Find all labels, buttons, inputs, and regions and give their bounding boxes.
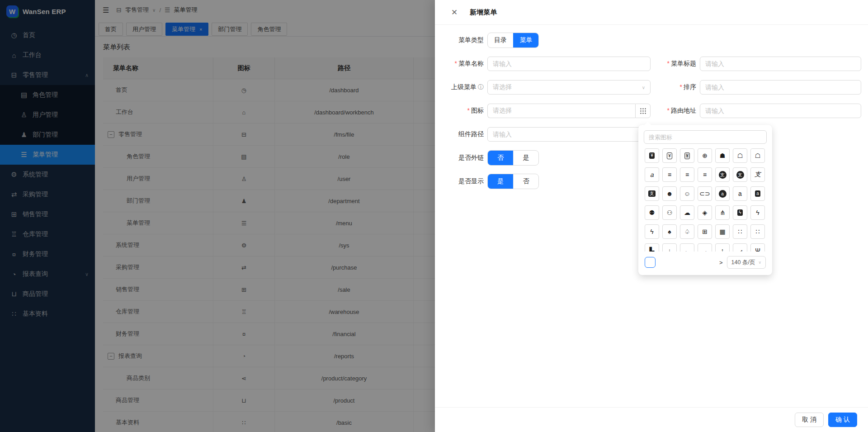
icon-option-appstore-filled[interactable]: ▦ [715,224,730,239]
type-label: 菜单类型 [435,36,484,44]
icon-option-align-right-outlined[interactable]: ≡ [698,167,712,182]
icon-option-arrow-right-outlined[interactable]: → [698,243,712,252]
icon-option-amazon-square-filled[interactable]: a [750,186,765,201]
info-circle-icon: ⓘ [478,84,484,90]
pagination-pages [645,257,715,268]
confirm-button[interactable]: 确 认 [828,413,857,427]
form-row-name: *菜单名称 *菜单标题 [435,56,868,71]
icon-pagination: > 140 条/页 ∨ [645,256,766,269]
icon-option-apple-filled[interactable]: ♠ [662,224,677,239]
icon-option-appstore-outlined[interactable]: ∷ [733,224,747,239]
title-label: *菜单标题 [654,60,696,68]
icon-option-api-outlined[interactable]: ϟ [750,205,765,220]
external-option-no[interactable]: 否 [488,151,513,165]
icon-search-input[interactable] [644,130,767,144]
external-label: 是否外链 [435,154,484,162]
icon-option-align-center-outlined[interactable]: ≡ [662,167,677,182]
drawer-footer: 取 消 确 认 [435,407,868,432]
name-label: *菜单名称 [435,60,484,68]
icon-option-alibaba-outlined[interactable]: a [645,167,659,182]
icon-option-arrow-left-outlined[interactable]: ← [680,243,694,252]
external-option-yes[interactable]: 是 [513,151,538,165]
icon-option-aliwangwang-outlined[interactable]: ☺ [680,186,694,201]
component-path-input[interactable] [487,127,651,142]
icon-select[interactable]: 请选择 [487,104,635,118]
icon-option-aim-outlined[interactable]: ⊕ [698,148,712,163]
visible-option-yes[interactable]: 是 [488,174,513,189]
icon-option-aliyun-outlined[interactable]: ⊂⊃ [698,186,712,201]
icon-grid: ¥ ¥ ¥ ⊕ ☗ ☖ ☖ a ≡ ≡ ≡ 支 支 支 支 ☻ ☺ ⊂⊃ a a… [645,148,766,252]
page-size-select[interactable]: 140 条/页 ∨ [727,256,766,269]
icon-option-api-filled[interactable]: ϟ [733,205,747,220]
visible-segmented: 是 否 [487,174,539,189]
page-ellipsis[interactable] [689,257,700,268]
app-root: W WanSen ERP ◷ 首页 ⌂ 工作台 ⊟ 零售管理 ∧ ▤ 角色管理 … [0,0,868,432]
menu-title-input[interactable] [700,57,861,71]
menu-name-input[interactable] [487,57,651,71]
route-label: *路由地址 [654,107,696,115]
add-menu-drawer: ✕ 新增菜单 菜单类型 目录 菜单 *菜单名称 *菜单标题 上级菜单ⓘ [435,0,868,432]
chevron-down-icon: ∨ [758,260,761,265]
icon-picker-button[interactable] [635,104,651,118]
icon-label: *图标 [435,107,484,115]
icon-option-aliwangwang-filled[interactable]: ☻ [662,186,677,201]
icon-option-amazon-outlined[interactable]: a [733,186,747,201]
visible-option-no[interactable]: 否 [513,174,538,189]
page-number[interactable] [675,257,685,268]
drawer-header: ✕ 新增菜单 [435,0,868,25]
page-number[interactable] [704,257,715,268]
icon-select-field: 请选择 [487,104,651,118]
icon-grid-viewport: ¥ ¥ ¥ ⊕ ☗ ☖ ☖ a ≡ ≡ ≡ 支 支 支 支 ☻ ☺ ⊂⊃ a a… [645,148,766,252]
icon-option-arrows-alt-outlined[interactable]: ↔ [733,243,747,252]
menu-type-segmented: 目录 菜单 [487,33,539,48]
close-icon[interactable]: ✕ [451,8,458,17]
icon-option-arrow-up-outlined[interactable]: ↑ [715,243,730,252]
icon-option-apple-outlined[interactable]: ♤ [680,224,694,239]
icon-option-align-left-outlined[interactable]: ≡ [680,167,694,182]
drawer-title: 新增菜单 [470,8,497,17]
cancel-button[interactable]: 取 消 [795,413,824,427]
icon-option-apartment-outlined[interactable]: ⋔ [715,205,730,220]
type-option-directory[interactable]: 目录 [488,33,513,47]
icon-option-api-twotone[interactable]: ϟ [645,224,659,239]
icon-option-alert-filled[interactable]: ☗ [715,148,730,163]
external-segmented: 否 是 [487,150,539,166]
icon-option-android-filled[interactable]: ⚉ [645,205,659,220]
icon-option-alipay-square-filled[interactable]: 支 [645,186,659,201]
form-row-parent: 上级菜单ⓘ 请选择 ∨ *排序 [435,80,868,95]
next-page-icon[interactable]: > [719,259,723,266]
icon-option-alipay-outlined[interactable]: 支 [750,167,765,182]
icon-option-amazon-circle-filled[interactable]: a [715,186,730,201]
icon-option-account-book-filled[interactable]: ¥ [645,148,659,163]
icon-option-alert-twotone[interactable]: ☖ [750,148,765,163]
icon-option-ant-cloud-outlined[interactable]: ☁ [680,205,694,220]
chevron-down-icon: ∨ [642,85,645,90]
icon-picker-popup: ¥ ¥ ¥ ⊕ ☗ ☖ ☖ a ≡ ≡ ≡ 支 支 支 支 ☻ ☺ ⊂⊃ a a… [638,125,772,275]
component-label: 组件路径 [435,130,484,138]
icon-option-appstore-add-outlined[interactable]: ⊞ [698,224,712,239]
icon-option-account-book-twotone[interactable]: ¥ [680,148,694,163]
icon-option-alipay-circle-outlined[interactable]: 支 [733,167,747,182]
form-row-icon: *图标 请选择 *路由地址 [435,103,868,119]
grid-dots-icon [640,108,646,114]
route-input[interactable] [700,104,861,118]
icon-option-appstore-twotone[interactable]: ∷ [750,224,765,239]
page-number[interactable] [645,257,656,268]
page-number[interactable] [660,257,670,268]
icon-option-arrow-down-outlined[interactable]: ↓ [662,243,677,252]
sort-input[interactable] [700,80,861,95]
icon-option-android-outlined[interactable]: ⚇ [662,205,677,220]
form-row-type: 菜单类型 目录 菜单 [435,33,868,48]
icon-option-ant-design-outlined[interactable]: ◈ [698,205,712,220]
required-mark: * [455,60,457,67]
sort-label: *排序 [654,83,696,91]
icon-option-area-chart-outlined[interactable]: ▙ [645,243,659,252]
icon-option-account-book-outlined[interactable]: ¥ [662,148,677,163]
type-option-menu[interactable]: 菜单 [513,33,538,47]
visible-label: 是否显示 [435,177,484,185]
icon-option-alert-outlined[interactable]: ☖ [733,148,747,163]
parent-menu-select[interactable]: 请选择 ∨ [487,80,651,95]
parent-label: 上级菜单ⓘ [435,83,484,91]
icon-option-audio-outlined[interactable]: Ψ [750,243,765,252]
icon-option-alipay-circle-filled[interactable]: 支 [715,167,730,182]
